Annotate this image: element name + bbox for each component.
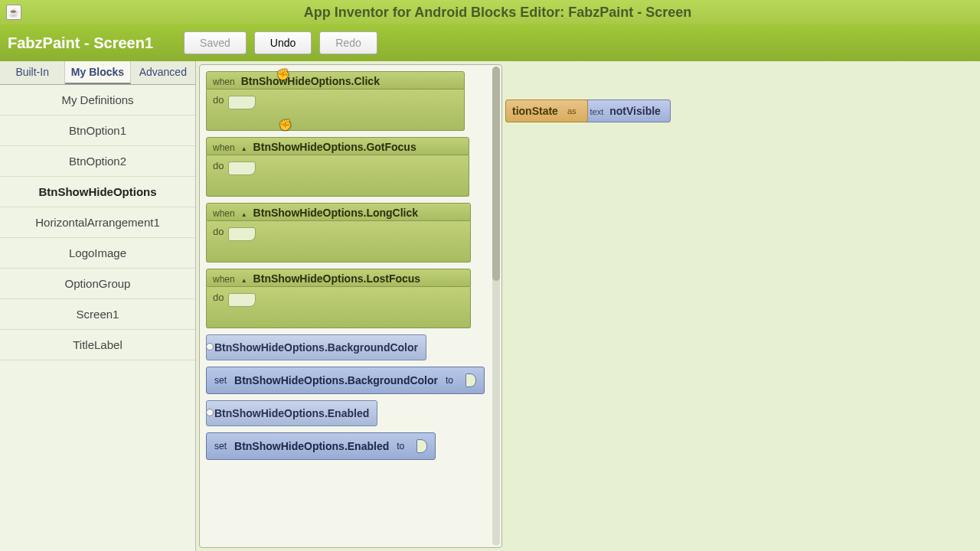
- to-keyword: to: [397, 441, 404, 452]
- flyout-scroll-thumb[interactable]: [492, 67, 500, 281]
- tab-builtin[interactable]: Built-In: [0, 61, 65, 84]
- component-item[interactable]: BtnOption2: [0, 146, 195, 177]
- block-flyout: whenBtnShowHideOptions.Clickdowhen▲BtnSh…: [199, 64, 502, 548]
- value-socket[interactable]: [466, 373, 476, 387]
- component-item[interactable]: BtnOption1: [0, 116, 195, 146]
- text-value: notVisible: [609, 105, 661, 117]
- collapse-icon: ▲: [241, 145, 247, 152]
- property-name: BtnShowHideOptions.Enabled: [234, 440, 389, 452]
- do-slot[interactable]: [228, 96, 256, 109]
- property-name: BtnShowHideOptions.BackgroundColor: [234, 374, 438, 386]
- when-keyword: when: [213, 77, 235, 87]
- event-name: BtnShowHideOptions.GotFocus: [253, 141, 416, 153]
- getter-block[interactable]: BtnShowHideOptions.Enabled: [206, 400, 377, 426]
- saved-button[interactable]: Saved: [184, 31, 247, 54]
- tab-myblocks[interactable]: My Blocks: [65, 61, 130, 84]
- do-keyword: do: [213, 292, 224, 303]
- component-item[interactable]: Screen1: [0, 299, 195, 330]
- component-item[interactable]: HorizontalArrangement1: [0, 207, 195, 238]
- grab-cursor-icon: [279, 119, 291, 131]
- java-icon: ☕: [6, 5, 21, 20]
- event-name: BtnShowHideOptions.LostFocus: [253, 272, 421, 285]
- window-title: App Inventor for Android Blocks Editor: …: [21, 5, 974, 21]
- collapse-icon: ▲: [241, 211, 247, 218]
- component-item[interactable]: BtnShowHideOptions: [0, 177, 195, 207]
- when-keyword: when: [213, 142, 235, 153]
- event-block[interactable]: when▲BtnShowHideOptions.LongClickdo: [206, 203, 471, 262]
- text-value-block[interactable]: text notVisible: [583, 99, 671, 122]
- screen-name-label: FabzPaint - Screen1: [8, 34, 153, 52]
- set-keyword: set: [214, 441, 227, 452]
- redo-button[interactable]: Redo: [319, 31, 377, 54]
- palette-tabs: Built-In My Blocks Advanced: [0, 61, 195, 85]
- event-block[interactable]: whenBtnShowHideOptions.Clickdo: [206, 71, 465, 131]
- component-item[interactable]: LogoImage: [0, 238, 195, 269]
- getter-block[interactable]: BtnShowHideOptions.BackgroundColor: [206, 334, 426, 360]
- text-keyword: text: [590, 107, 604, 116]
- undo-button[interactable]: Undo: [254, 31, 312, 54]
- value-socket[interactable]: [416, 439, 427, 453]
- event-name: BtnShowHideOptions.LongClick: [253, 207, 418, 219]
- toolbar: FabzPaint - Screen1 Saved Undo Redo: [0, 24, 980, 61]
- workspace-blocks[interactable]: tionState as text notVisible: [505, 99, 671, 122]
- main-area: Built-In My Blocks Advanced My Definitio…: [0, 61, 980, 551]
- component-list: My DefinitionsBtnOption1BtnOption2BtnSho…: [0, 85, 195, 360]
- do-keyword: do: [213, 160, 224, 171]
- when-keyword: when: [213, 274, 235, 285]
- def-variable-block[interactable]: tionState as: [505, 99, 588, 122]
- event-block[interactable]: when▲BtnShowHideOptions.LostFocusdo: [206, 269, 471, 328]
- blocks-palette: Built-In My Blocks Advanced My Definitio…: [0, 61, 196, 551]
- component-item[interactable]: My Definitions: [0, 85, 195, 116]
- event-block[interactable]: when▲BtnShowHideOptions.GotFocusdo: [206, 137, 469, 197]
- when-keyword: when: [213, 208, 235, 219]
- tab-advanced[interactable]: Advanced: [131, 61, 195, 84]
- workspace-canvas[interactable]: whenBtnShowHideOptions.Clickdowhen▲BtnSh…: [196, 61, 980, 551]
- variable-name: tionState: [512, 105, 558, 117]
- window-titlebar: ☕ App Inventor for Android Blocks Editor…: [0, 0, 980, 24]
- do-slot[interactable]: [228, 161, 256, 175]
- do-keyword: do: [213, 226, 224, 237]
- setter-block[interactable]: setBtnShowHideOptions.BackgroundColorto: [206, 367, 485, 394]
- event-name: BtnShowHideOptions.Click: [241, 75, 380, 87]
- to-keyword: to: [446, 375, 453, 386]
- do-slot[interactable]: [228, 293, 256, 307]
- as-keyword: as: [567, 106, 577, 116]
- do-keyword: do: [213, 94, 224, 106]
- collapse-icon: ▲: [241, 277, 247, 284]
- flyout-scrollbar[interactable]: [492, 67, 500, 546]
- do-slot[interactable]: [228, 227, 256, 241]
- component-item[interactable]: OptionGroup: [0, 269, 195, 299]
- component-item[interactable]: TitleLabel: [0, 330, 195, 360]
- setter-block[interactable]: setBtnShowHideOptions.Enabledto: [206, 432, 436, 460]
- set-keyword: set: [214, 375, 227, 386]
